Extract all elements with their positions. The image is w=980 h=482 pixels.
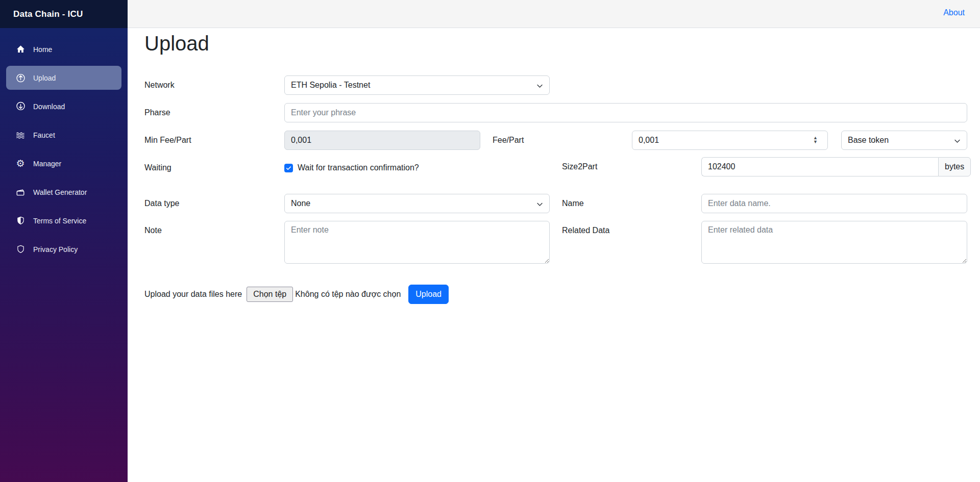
page-title: Upload <box>144 32 209 55</box>
sidebar-item-faucet[interactable]: Faucet <box>6 123 121 147</box>
token-select-value: Base token <box>848 136 889 145</box>
about-link[interactable]: About <box>943 8 965 17</box>
sidebar-item-download[interactable]: Download <box>6 94 121 118</box>
network-select-value: ETH Sepolia - Testnet <box>291 81 370 90</box>
min-fee-input <box>284 131 480 150</box>
main-content: Upload Network ETH Sepolia - Testnet Pha… <box>128 28 980 482</box>
related-data-label: Related Data <box>562 221 609 237</box>
number-stepper-icon[interactable]: ▲▼ <box>813 136 818 144</box>
name-input[interactable] <box>701 194 967 213</box>
sidebar-item-label: Terms of Service <box>33 217 86 225</box>
token-select[interactable]: Base token <box>841 131 967 150</box>
phrase-label: Pharse <box>144 103 170 122</box>
gear-icon: ⚙ <box>15 159 26 169</box>
sidebar-item-label: Download <box>33 103 65 111</box>
shield-half-icon <box>15 216 26 226</box>
file-upload-label: Upload your data files here <box>144 287 242 302</box>
chevron-down-icon <box>954 137 961 146</box>
sidebar-item-label: Faucet <box>33 131 55 139</box>
shield-outline-icon <box>15 244 26 255</box>
data-type-label: Data type <box>144 194 179 213</box>
note-textarea[interactable] <box>284 221 550 264</box>
size2part-unit: bytes <box>938 157 971 176</box>
data-type-select-value: None <box>291 199 310 208</box>
sidebar-nav: Home Upload Download <box>0 28 128 261</box>
phrase-input[interactable] <box>284 103 967 122</box>
sidebar-item-label: Upload <box>33 74 56 82</box>
related-data-textarea[interactable] <box>701 221 967 264</box>
chevron-down-icon <box>536 200 543 210</box>
chevron-down-icon <box>536 82 543 91</box>
waiting-checkbox-label: Wait for transaction confirmation? <box>298 163 419 172</box>
size2part-input[interactable] <box>701 157 938 176</box>
sidebar-item-home[interactable]: Home <box>6 37 121 61</box>
sidebar-item-manager[interactable]: ⚙ Manager <box>6 151 121 175</box>
choose-file-button[interactable]: Chọn tệp <box>247 287 293 302</box>
network-label: Network <box>144 75 175 95</box>
sidebar-item-privacy-policy[interactable]: Privacy Policy <box>6 237 121 261</box>
sidebar-item-terms-of-service[interactable]: Terms of Service <box>6 209 121 233</box>
sidebar-item-label: Home <box>33 45 52 54</box>
download-icon <box>15 102 26 112</box>
topbar: About <box>128 0 980 28</box>
app-logo: Data Chain - ICU <box>0 0 128 28</box>
sidebar-item-wallet-generator[interactable]: Wallet Generator <box>6 180 121 204</box>
note-label: Note <box>144 221 162 237</box>
wallet-icon <box>15 187 26 197</box>
fee-input[interactable] <box>632 131 828 150</box>
upload-submit-button[interactable]: Upload <box>408 285 449 304</box>
sidebar-item-label: Manager <box>33 160 61 168</box>
name-label: Name <box>562 194 584 213</box>
fee-label: Fee/Part <box>493 131 524 150</box>
min-fee-label: Min Fee/Part <box>144 131 191 150</box>
sidebar-item-label: Privacy Policy <box>33 245 78 253</box>
sidebar-item-label: Wallet Generator <box>33 188 87 196</box>
data-type-select[interactable]: None <box>284 194 550 213</box>
home-icon <box>15 44 26 55</box>
waiting-check-row: Wait for transaction confirmation? <box>284 163 419 172</box>
sidebar: Data Chain - ICU Home Upload Download <box>0 0 128 482</box>
waiting-label: Waiting <box>144 158 172 177</box>
sidebar-item-upload[interactable]: Upload <box>6 66 121 90</box>
file-status-text: Không có tệp nào được chọn <box>295 290 401 299</box>
file-upload-row: Upload your data files here Chọn tệp Khô… <box>144 285 449 304</box>
size2part-label: Size2Part <box>562 157 597 176</box>
network-select[interactable]: ETH Sepolia - Testnet <box>284 75 550 95</box>
waiting-checkbox[interactable] <box>284 164 293 172</box>
faucet-icon <box>15 130 26 140</box>
upload-icon <box>15 73 26 83</box>
